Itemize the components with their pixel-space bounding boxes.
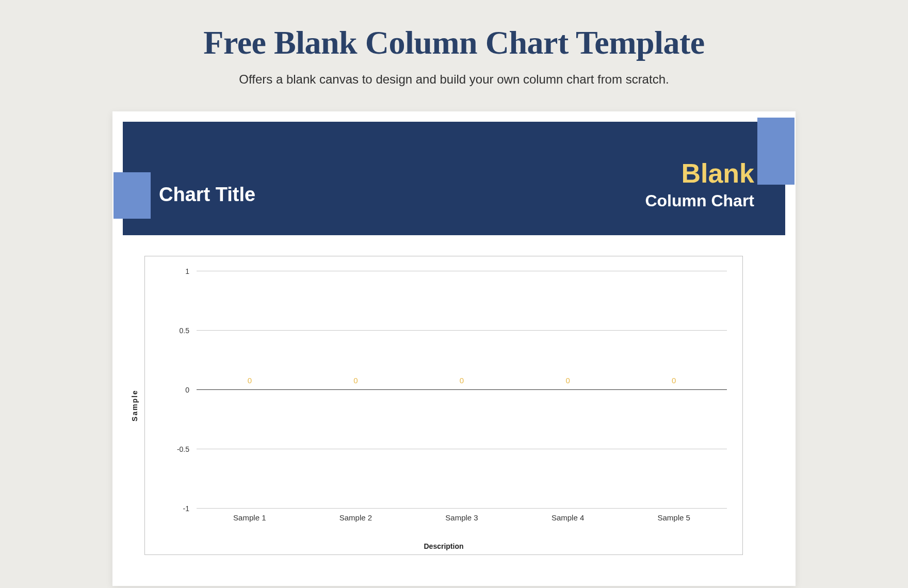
category-label: Sample 2 (303, 513, 409, 522)
y-tick-label: 0.5 (180, 326, 197, 335)
chart-frame: Sample Description 1 0.5 0 -0.5 -1 (144, 256, 743, 555)
y-axis-label: Sample (131, 389, 139, 421)
data-label: 0 (515, 376, 621, 385)
page-title: Free Blank Column Chart Template (0, 0, 908, 62)
data-label: 0 (303, 376, 409, 385)
grid-line: 0.5 (197, 330, 727, 331)
blank-label: Blank (681, 158, 754, 189)
category-label: Sample 5 (621, 513, 727, 522)
grid-line: 1 (197, 271, 727, 271)
grid-line: -0.5 (197, 449, 727, 449)
category-row: Sample 1 Sample 2 Sample 3 Sample 4 Samp… (197, 513, 727, 522)
plot-area: 1 0.5 0 -0.5 -1 0 0 0 (197, 271, 727, 508)
template-banner: Chart Title Blank Column Chart (123, 122, 785, 235)
category-label: Sample 3 (409, 513, 515, 522)
y-tick-label: -0.5 (177, 445, 197, 453)
y-tick-label: 0 (185, 386, 197, 394)
template-card: Chart Title Blank Column Chart Sample De… (112, 111, 796, 586)
banner-accent-right (757, 118, 794, 185)
category-label: Sample 4 (515, 513, 621, 522)
x-axis-label: Description (145, 542, 742, 550)
data-label: 0 (409, 376, 515, 385)
chart-title-label: Chart Title (159, 184, 255, 206)
column-chart-label: Column Chart (645, 191, 754, 210)
y-tick-label: 1 (185, 267, 197, 275)
data-label: 0 (197, 376, 303, 385)
category-label: Sample 1 (197, 513, 303, 522)
page-subtitle: Offers a blank canvas to design and buil… (0, 72, 908, 87)
page-root: Free Blank Column Chart Template Offers … (0, 0, 908, 588)
data-label: 0 (621, 376, 727, 385)
data-label-row: 0 0 0 0 0 (197, 376, 727, 385)
y-tick-label: -1 (183, 504, 197, 513)
grid-line-zero: 0 (197, 389, 727, 390)
grid-line: -1 (197, 508, 727, 509)
banner-accent-left (113, 172, 151, 219)
